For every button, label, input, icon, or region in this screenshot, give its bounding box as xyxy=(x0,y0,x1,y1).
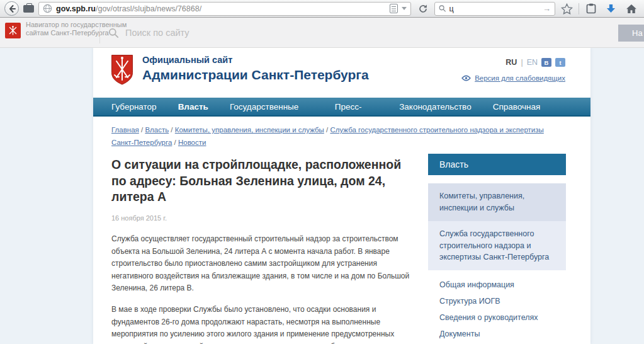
nav-item[interactable]: Пресс-центр xyxy=(324,98,388,115)
content-area: Официальный сайт Администрации Санкт-Пет… xyxy=(93,48,590,344)
vk-icon[interactable]: В xyxy=(541,58,551,67)
site-pretitle: Официальный сайт xyxy=(142,55,369,65)
back-arrow-icon xyxy=(8,5,16,13)
spb-coat-of-arms-icon[interactable] xyxy=(111,54,133,88)
clipboard-icon xyxy=(586,3,596,14)
breadcrumb-link[interactable]: Главная xyxy=(111,126,139,134)
globe-icon xyxy=(43,4,52,13)
body-columns: О ситуации на стройплощадке, расположенн… xyxy=(93,150,590,344)
lang-ru[interactable]: RU xyxy=(506,58,517,67)
nav-item[interactable]: Губернатор xyxy=(101,98,167,115)
lang-en[interactable]: EN xyxy=(527,58,538,67)
reload-icon xyxy=(419,4,427,13)
sidebar-link[interactable]: Общая информация xyxy=(428,277,566,293)
browser-search-input[interactable] xyxy=(449,4,539,13)
url-path: /gov/otrasl/slujba/news/76868/ xyxy=(96,4,201,13)
downloads-button[interactable] xyxy=(602,1,619,16)
site-search-input[interactable] xyxy=(125,28,339,38)
download-icon xyxy=(606,4,616,13)
nav-item[interactable]: Законодательство xyxy=(388,98,482,115)
breadcrumb-item: Власть / xyxy=(145,126,174,134)
nav-item[interactable]: Справочная информация xyxy=(482,98,590,115)
home-button[interactable] xyxy=(623,1,640,16)
bookmark-star-button[interactable] xyxy=(558,1,575,16)
search-go-icon[interactable]: → xyxy=(543,4,551,13)
main-nav: ГубернаторВластьГосударственные услугиПр… xyxy=(93,98,590,117)
url-text[interactable]: gov.spb.ru/gov/otrasl/slujba/news/76868/ xyxy=(56,4,386,13)
sidebar-highlighted-items: Комитеты, управления, инспекции и службы… xyxy=(428,183,566,270)
url-domain: gov.spb.ru xyxy=(56,4,96,13)
paragraph: В мае в ходе проверки Службы было устано… xyxy=(111,304,417,344)
sidebar-links: Общая информацияСтруктура ИОГВСведения о… xyxy=(428,277,566,344)
breadcrumb-separator: / xyxy=(324,126,330,134)
article-body: Служба осуществляет государственный стро… xyxy=(111,233,417,344)
sidebar-item[interactable]: Комитеты, управления, инспекции и службы xyxy=(428,183,566,221)
sidebar-item[interactable]: Служба государственного строительного на… xyxy=(428,221,566,270)
article-date: 16 ноября 2015 г. xyxy=(111,214,417,222)
sidebar: Власть Комитеты, управления, инспекции и… xyxy=(428,154,566,344)
nav-item[interactable]: Власть xyxy=(167,98,219,115)
paragraph: Служба осуществляет государственный стро… xyxy=(111,233,417,294)
accessibility-link[interactable]: Версия для слабовидящих xyxy=(475,74,565,82)
breadcrumb-separator: / xyxy=(172,139,178,146)
spb-mini-emblem-icon[interactable] xyxy=(5,23,21,38)
breadcrumb-item: Комитеты, управления, инспекции и службы… xyxy=(175,126,330,134)
breadcrumb-link[interactable]: Власть xyxy=(145,126,169,134)
briefcase-icon[interactable] xyxy=(23,5,34,13)
site-title: Администрации Санкт-Петербурга xyxy=(142,67,369,83)
back-button[interactable] xyxy=(4,1,19,16)
home-icon xyxy=(626,4,637,14)
sidebar-link[interactable]: Сведения о руководителях xyxy=(428,309,566,326)
site-title-block[interactable]: Официальный сайт Администрации Санкт-Пет… xyxy=(142,55,369,83)
language-switcher: RU | EN В t xyxy=(506,58,565,67)
banner-divider xyxy=(99,23,100,43)
breadcrumb-separator: / xyxy=(139,126,145,134)
sidebar-link[interactable]: Структура ИОГВ xyxy=(428,293,566,309)
reload-button[interactable] xyxy=(414,1,431,16)
breadcrumb-link[interactable]: Новости xyxy=(178,139,206,146)
gov-navigator-banner: Навигатор по государственным сайтам Санк… xyxy=(0,18,644,48)
site-search-icon xyxy=(108,28,119,38)
eye-icon xyxy=(461,75,471,81)
star-icon xyxy=(561,3,573,14)
nav-item[interactable]: Государственные услуги xyxy=(219,98,324,115)
mini-emblem-glyph xyxy=(8,25,18,36)
urlbar-dropdown-icon[interactable] xyxy=(402,7,407,10)
page-background: Официальный сайт Администрации Санкт-Пет… xyxy=(0,48,644,344)
browser-search[interactable]: → xyxy=(434,2,555,16)
site-search[interactable] xyxy=(108,21,373,44)
breadcrumb-item: Новости / xyxy=(178,139,206,146)
site-header: Официальный сайт Администрации Санкт-Пет… xyxy=(93,48,590,98)
banner-action-button[interactable]: На xyxy=(618,25,644,42)
coat-of-arms-glyph xyxy=(111,54,133,86)
sidebar-link[interactable]: Документы xyxy=(428,326,566,342)
accessibility-block: Версия для слабовидящих xyxy=(461,74,565,82)
sidebar-header-vlast[interactable]: Власть xyxy=(428,154,566,175)
search-icon xyxy=(439,4,446,13)
breadcrumb-link[interactable]: Комитеты, управления, инспекции и службы xyxy=(175,126,324,134)
url-bar[interactable]: gov.spb.ru/gov/otrasl/slujba/news/76868/ xyxy=(38,2,411,16)
article-column: О ситуации на стройплощадке, расположенн… xyxy=(111,150,417,344)
lang-divider: | xyxy=(521,58,523,67)
reader-mode-icon[interactable] xyxy=(390,4,398,13)
browser-toolbar: gov.spb.ru/gov/otrasl/slujba/news/76868/… xyxy=(0,0,644,18)
breadcrumb-item: Главная / xyxy=(111,126,145,134)
breadcrumb-separator: / xyxy=(169,126,175,134)
bookmarks-menu-button[interactable] xyxy=(582,1,599,16)
toolbar-divider xyxy=(579,3,579,14)
article-title: О ситуации на стройплощадке, расположенн… xyxy=(111,157,417,205)
twitter-icon[interactable]: t xyxy=(555,58,565,67)
